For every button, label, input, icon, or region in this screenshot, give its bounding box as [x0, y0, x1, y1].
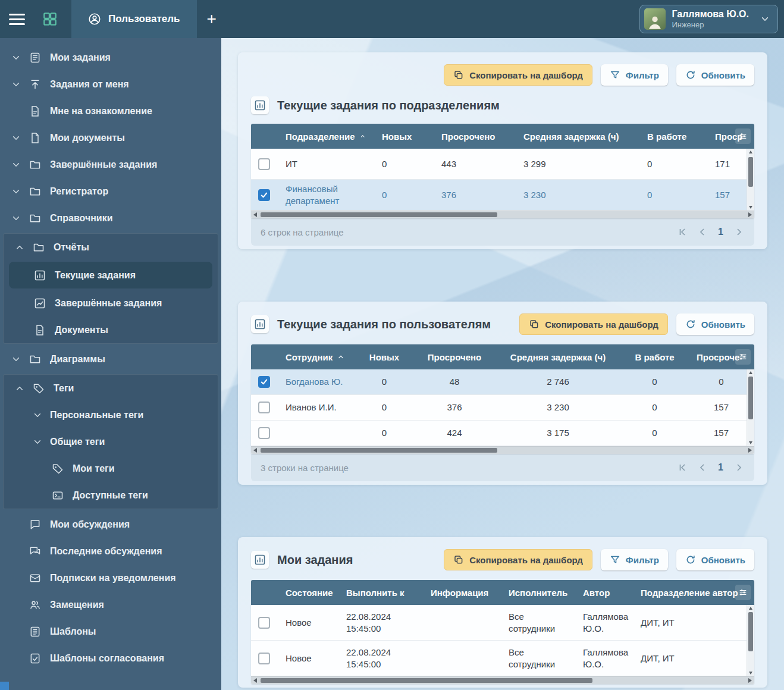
sidebar-item-completed-tasks-report[interactable]: Завершённые задания [4, 290, 218, 316]
v-scrollbar-thumb[interactable] [748, 377, 753, 419]
sidebar-item-my-tags[interactable]: Мои теги [4, 455, 218, 482]
column-header-new[interactable]: Новых [355, 344, 414, 369]
sidebar-item-registrar[interactable]: Регистратор [0, 178, 221, 205]
scroll-left-arrow[interactable] [253, 448, 257, 453]
row-checkbox[interactable] [258, 427, 270, 439]
sidebar-item-personal-tags[interactable]: Персональные теги [4, 402, 218, 428]
sidebar-item-current-tasks[interactable]: Текущие задания [9, 262, 212, 288]
cell-avg-delay: 2 746 [495, 369, 621, 394]
column-header-executor[interactable]: Исполнитель [500, 580, 575, 605]
sidebar-item-for-review[interactable]: Мне на ознакомление [0, 98, 221, 124]
scroll-right-arrow[interactable] [748, 448, 752, 453]
hamburger-menu-button[interactable] [0, 0, 33, 38]
table-row-selected[interactable]: Богданова Ю. 0 48 2 746 0 0 [251, 369, 754, 395]
scroll-left-arrow[interactable] [253, 678, 257, 683]
apps-grid-button[interactable] [33, 0, 67, 38]
sidebar-item-completed-tasks[interactable]: Завершённые задания [0, 151, 221, 178]
filter-button[interactable]: Фильтр [601, 64, 668, 86]
v-scrollbar-thumb[interactable] [748, 612, 753, 651]
prev-page-icon[interactable] [698, 463, 707, 472]
user-menu[interactable]: Галлямова Ю.О. Инженер [639, 5, 778, 33]
column-header-department[interactable]: Подразделение [277, 124, 374, 149]
vertical-scrollbar[interactable] [747, 149, 754, 211]
copy-to-dashboard-button[interactable]: Скопировать на дашборд [444, 549, 592, 570]
sidebar-item-reports[interactable]: Отчёты [4, 234, 218, 261]
column-header-in-progress[interactable]: В работе [621, 344, 688, 369]
horizontal-scrollbar[interactable] [251, 676, 754, 684]
next-page-icon[interactable] [734, 227, 744, 237]
row-checkbox[interactable] [258, 402, 270, 413]
table-row[interactable]: Новое 22.08.2024 15:45:00 Все сотрудники… [251, 605, 754, 641]
add-tab-button[interactable]: + [197, 0, 227, 38]
horizontal-scrollbar[interactable] [251, 446, 754, 454]
column-settings-icon[interactable] [735, 349, 751, 365]
row-checkbox[interactable] [258, 158, 270, 170]
column-header-new[interactable]: Новых [374, 124, 433, 149]
current-page[interactable]: 1 [718, 462, 723, 473]
horizontal-scrollbar[interactable] [251, 211, 754, 218]
table-row[interactable]: Иванов И.И. 0 376 3 230 0 157 [251, 395, 754, 421]
table-row-selected[interactable]: Финансовый департамент 0 376 3 230 0 157 [251, 180, 754, 211]
column-header-in-progress[interactable]: В работе [639, 124, 707, 149]
refresh-button[interactable]: Обновить [676, 313, 754, 335]
current-page[interactable]: 1 [718, 227, 723, 237]
tab-user[interactable]: Пользователь [71, 0, 197, 38]
column-header-overdue[interactable]: Просрочено [414, 344, 495, 369]
table-row[interactable]: 0 424 3 175 0 157 [251, 421, 754, 446]
row-checkbox-checked[interactable] [258, 376, 270, 388]
filter-button[interactable]: Фильтр [601, 549, 668, 570]
table-row[interactable]: Новое 22.08.2024 15:45:00 Все сотрудники… [251, 641, 754, 676]
h-scrollbar-thumb[interactable] [261, 448, 497, 453]
v-scrollbar-thumb[interactable] [748, 157, 753, 187]
sidebar-item-available-tags[interactable]: Доступные теги [4, 482, 218, 509]
scroll-left-arrow[interactable] [253, 212, 257, 217]
sidebar-item-substitutions[interactable]: Замещения [0, 591, 221, 618]
sidebar-item-tags[interactable]: Теги [4, 375, 218, 402]
h-scrollbar-thumb[interactable] [261, 678, 592, 683]
copy-to-dashboard-button[interactable]: Скопировать на дашборд [444, 64, 592, 86]
column-header-overdue[interactable]: Просрочено [433, 124, 515, 149]
scroll-right-arrow[interactable] [748, 212, 752, 217]
vertical-scrollbar[interactable] [747, 605, 754, 676]
sidebar-item-shared-tags[interactable]: Общие теги [4, 428, 218, 455]
row-checkbox[interactable] [258, 653, 270, 664]
first-page-icon[interactable] [678, 227, 687, 237]
refresh-button[interactable]: Обновить [676, 64, 754, 86]
vertical-scrollbar[interactable] [747, 369, 754, 446]
row-checkbox[interactable] [258, 617, 270, 629]
chevron-down-icon [32, 411, 43, 419]
prev-page-icon[interactable] [698, 227, 707, 237]
sidebar-item-notification-subscriptions[interactable]: Подписки на уведомления [0, 564, 221, 591]
scroll-right-arrow[interactable] [748, 678, 752, 683]
h-scrollbar-thumb[interactable] [261, 212, 497, 217]
department-link[interactable]: Финансовый департамент [277, 180, 374, 210]
sidebar-item-templates[interactable]: Шаблоны [0, 618, 221, 645]
chevron-down-icon[interactable] [761, 15, 769, 23]
table-row[interactable]: ИТ 0 443 3 299 0 171 [251, 149, 754, 180]
column-header-info[interactable]: Информация [422, 580, 500, 605]
first-page-icon[interactable] [678, 463, 687, 472]
next-page-icon[interactable] [734, 463, 744, 472]
refresh-button[interactable]: Обновить [676, 549, 754, 570]
copy-to-dashboard-button[interactable]: Скопировать на дашборд [519, 313, 668, 335]
column-settings-icon[interactable] [735, 128, 751, 144]
cell-author-department: ДИТ, ИТ [632, 641, 754, 676]
column-settings-icon[interactable] [735, 585, 751, 600]
sidebar-item-directories[interactable]: Справочники [0, 205, 221, 231]
column-header-avg-delay[interactable]: Средняя задержка (ч) [515, 124, 639, 149]
column-header-author[interactable]: Автор [575, 580, 632, 605]
sidebar-item-diagrams[interactable]: Диаграммы [0, 346, 221, 372]
column-header-avg-delay[interactable]: Средняя задержка (ч) [495, 344, 621, 369]
sidebar-item-approval-templates[interactable]: Шаблоны согласования [0, 645, 221, 672]
column-header-employee[interactable]: Сотрудник [277, 344, 355, 369]
employee-link[interactable]: Богданова Ю. [277, 369, 355, 394]
sidebar-item-tasks-from-me[interactable]: Задания от меня [0, 71, 221, 98]
column-header-state[interactable]: Состояние [277, 580, 338, 605]
sidebar-item-documents-report[interactable]: Документы [4, 316, 218, 343]
sidebar-item-my-tasks[interactable]: Мои задания [0, 44, 221, 71]
row-checkbox-checked[interactable] [258, 189, 270, 201]
sidebar-item-recent-discussions[interactable]: Последние обсуждения [0, 538, 221, 564]
column-header-due[interactable]: Выполнить к [338, 580, 422, 605]
sidebar-item-my-discussions[interactable]: Мои обсуждения [0, 511, 221, 538]
sidebar-item-my-documents[interactable]: Мои документы [0, 124, 221, 151]
